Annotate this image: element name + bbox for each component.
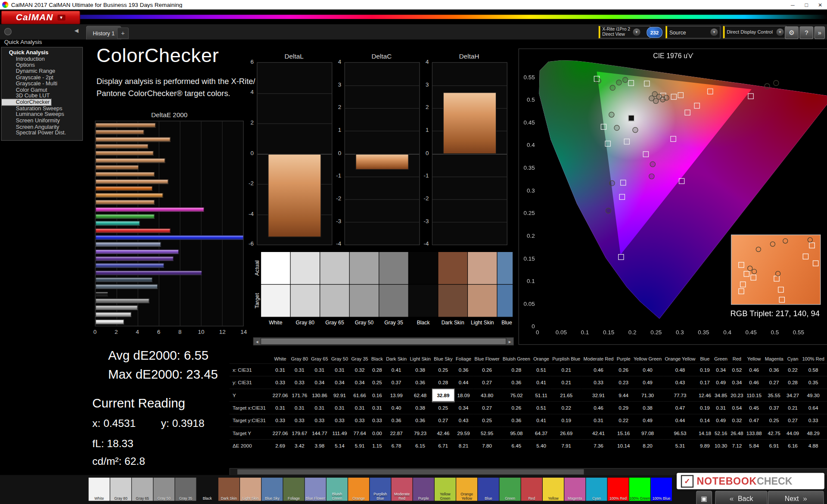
table-cell[interactable]: 15.16 xyxy=(615,427,632,439)
table-cell[interactable]: 0.23 xyxy=(615,376,632,389)
layout-panel-button[interactable]: ▣ xyxy=(696,491,712,504)
table-cell[interactable]: 61.66 xyxy=(350,389,370,401)
table-cell[interactable]: 0.58 xyxy=(801,364,826,376)
table-cell[interactable]: 6.91 xyxy=(763,439,785,452)
table-cell[interactable]: 0.00 xyxy=(370,427,384,439)
table-cell[interactable]: 0.26 xyxy=(473,364,501,376)
patch-button-yellow[interactable]: Yellow xyxy=(543,478,564,501)
table-cell[interactable]: 0.14 xyxy=(697,414,712,426)
table-cell[interactable]: 0.43 xyxy=(663,376,697,389)
table-cell[interactable]: 0.49 xyxy=(632,376,663,389)
patch-button-orange[interactable]: Orange xyxy=(348,478,369,501)
table-cell[interactable]: 111.49 xyxy=(330,427,350,439)
table-cell[interactable]: 171.76 xyxy=(289,389,310,401)
display-control-dropdown[interactable]: Direct Display Control ▼ xyxy=(723,26,787,38)
patch-button-red[interactable]: Red xyxy=(521,478,542,501)
table-cell[interactable]: 0.34 xyxy=(330,376,350,389)
sidebar-item-grayscale-multi[interactable]: Grayscale - Multi xyxy=(2,81,82,87)
table-cell[interactable]: 0.21 xyxy=(785,401,800,414)
table-cell[interactable]: 0.31 xyxy=(289,364,310,376)
expand-panel-icon[interactable]: » xyxy=(815,26,825,39)
table-cell[interactable]: 13.99 xyxy=(385,389,408,401)
table-cell[interactable]: 0.25 xyxy=(473,414,501,426)
table-cell[interactable]: 34.27 xyxy=(785,389,800,401)
table-cell[interactable]: 0.28 xyxy=(432,376,454,389)
sidebar-item-spectral-power-dist[interactable]: Spectral Power Dist. xyxy=(2,130,82,136)
table-cell[interactable]: 0.25 xyxy=(432,364,454,376)
table-cell[interactable]: 1.15 xyxy=(370,439,384,452)
table-cell[interactable]: 130.86 xyxy=(310,389,330,401)
table-cell[interactable]: 32.91 xyxy=(582,389,615,401)
table-cell[interactable]: 0.47 xyxy=(745,414,763,426)
table-cell[interactable]: 0.29 xyxy=(615,401,632,414)
table-cell[interactable]: 0.41 xyxy=(532,414,550,426)
table-cell[interactable]: 133.88 xyxy=(745,427,763,439)
patch-button-light-skin[interactable]: Light Skin xyxy=(240,478,261,501)
table-cell[interactable]: 51.11 xyxy=(532,389,550,401)
table-cell[interactable]: 0.33 xyxy=(310,414,330,426)
table-cell[interactable]: 22.87 xyxy=(385,427,408,439)
table-cell[interactable]: 0.35 xyxy=(801,376,826,389)
table-cell[interactable]: 0.25 xyxy=(370,376,384,389)
patch-button-bluish-green[interactable]: Bluish Green xyxy=(326,478,348,501)
table-cell[interactable]: 9.44 xyxy=(615,389,632,401)
table-cell[interactable]: 6.15 xyxy=(408,439,432,452)
table-cell[interactable]: 9.89 xyxy=(697,439,712,452)
patch-button-moderate-red[interactable]: Moderate Red xyxy=(392,478,413,501)
table-cell[interactable]: 32.89 xyxy=(432,389,454,401)
sidebar-item-introduction[interactable]: Introduction xyxy=(2,56,82,62)
source-dropdown[interactable]: Source ▼ xyxy=(665,26,720,38)
table-cell[interactable]: 0.38 xyxy=(408,401,432,414)
table-cell[interactable]: 0.31 xyxy=(310,364,330,376)
table-cell[interactable]: 179.67 xyxy=(289,427,310,439)
table-cell[interactable]: 21.65 xyxy=(551,389,582,401)
table-cell[interactable]: 0.33 xyxy=(271,414,289,426)
table-cell[interactable]: 26.69 xyxy=(551,427,582,439)
patch-button-gray-35[interactable]: Gray 35 xyxy=(175,478,196,501)
table-cell[interactable]: 0.49 xyxy=(713,376,729,389)
table-cell[interactable]: 0.28 xyxy=(785,376,800,389)
table-cell[interactable]: 97.08 xyxy=(632,427,663,439)
table-cell[interactable]: 0.52 xyxy=(729,364,745,376)
table-cell[interactable]: 0.48 xyxy=(663,364,697,376)
table-cell[interactable]: 6.16 xyxy=(785,439,800,452)
table-cell[interactable]: 43.80 xyxy=(473,389,501,401)
table-cell[interactable]: 0.49 xyxy=(713,414,729,426)
table-cell[interactable]: 0.28 xyxy=(370,364,384,376)
table-cell[interactable]: 0.22 xyxy=(785,364,800,376)
table-cell[interactable]: 0.44 xyxy=(454,376,473,389)
table-cell[interactable]: 5.84 xyxy=(745,439,763,452)
table-cell[interactable]: 96.53 xyxy=(663,427,697,439)
table-cell[interactable]: 0.31 xyxy=(310,401,330,414)
table-cell[interactable]: 0.40 xyxy=(385,401,408,414)
patch-button-green[interactable]: Green xyxy=(500,478,521,501)
table-cell[interactable]: 0.36 xyxy=(408,376,432,389)
table-cell[interactable]: 42.46 xyxy=(432,427,454,439)
table-cell[interactable]: 52.95 xyxy=(473,427,501,439)
table-cell[interactable]: 110.15 xyxy=(745,389,763,401)
table-cell[interactable]: 77.73 xyxy=(663,389,697,401)
table-cell[interactable]: 5.14 xyxy=(330,439,350,452)
next-button[interactable]: Next » xyxy=(768,491,824,504)
table-cell[interactable]: 0.21 xyxy=(551,376,582,389)
table-cell[interactable]: 0.51 xyxy=(532,401,550,414)
patch-button-purplish-blue[interactable]: Purplish Blue xyxy=(370,478,391,501)
table-cell[interactable]: 0.36 xyxy=(501,376,532,389)
table-cell[interactable]: 52.16 xyxy=(713,427,729,439)
patch-button-magenta[interactable]: Magenta xyxy=(564,478,585,501)
table-cell[interactable]: 0.33 xyxy=(370,414,384,426)
table-cell[interactable]: 0.25 xyxy=(763,414,785,426)
table-cell[interactable]: 77.64 xyxy=(350,427,370,439)
patch-button-100-blue[interactable]: 100% Blue xyxy=(651,478,672,501)
table-cell[interactable]: 0.36 xyxy=(454,364,473,376)
table-cell[interactable]: 3.42 xyxy=(289,439,310,452)
patch-button-100-red[interactable]: 100% Red xyxy=(608,478,629,501)
patch-button-100-green[interactable]: 100% Green xyxy=(629,478,650,501)
table-cell[interactable]: 0.36 xyxy=(763,364,785,376)
table-cell[interactable]: 75.02 xyxy=(501,389,532,401)
table-cell[interactable]: 7.36 xyxy=(582,439,615,452)
table-cell[interactable]: 6.78 xyxy=(385,439,408,452)
table-cell[interactable]: 0.43 xyxy=(454,414,473,426)
tab-history-1[interactable]: History 1 xyxy=(86,26,122,40)
chevron-down-icon[interactable]: ▼ xyxy=(776,28,783,36)
